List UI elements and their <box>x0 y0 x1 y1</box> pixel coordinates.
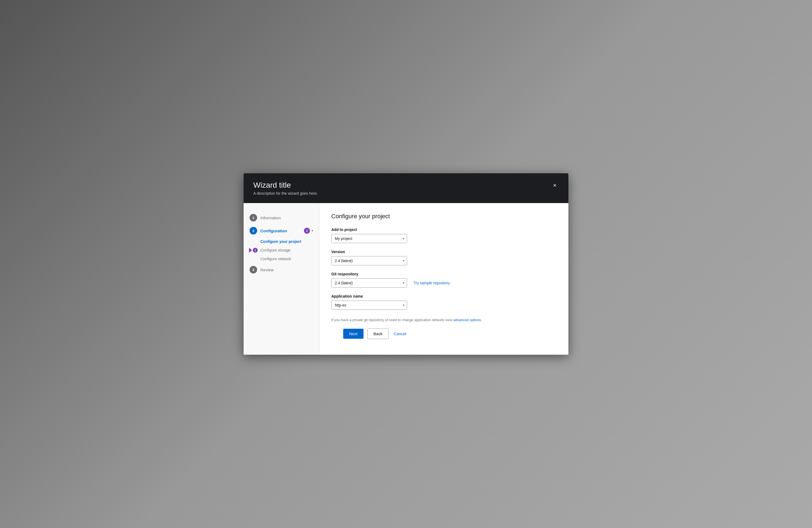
git-repository-row: 2.4 (latest) 2.3 2.2 ▾ Try sample reposi… <box>331 279 556 288</box>
select-wrapper-git-repository: 2.4 (latest) 2.3 2.2 ▾ <box>331 279 407 288</box>
wizard-content: Configure your project Add to project My… <box>319 203 568 355</box>
sub-item-label-configure-network: Configure network <box>260 257 291 261</box>
form-group-application-name: Application name http-ex app-a app-b ▾ <box>331 294 556 310</box>
form-group-add-to-project: Add to project My project Project A Proj… <box>331 227 556 243</box>
select-add-to-project[interactable]: My project Project A Project B <box>331 234 407 243</box>
modal-title: Wizard title <box>253 181 318 189</box>
step-number-1: 1 <box>249 214 257 222</box>
select-wrapper-application-name: http-ex app-a app-b ▾ <box>331 301 407 310</box>
next-button[interactable]: Next <box>343 329 363 339</box>
select-application-name[interactable]: http-ex app-a app-b <box>331 301 407 310</box>
step-number-2: 2 <box>249 227 257 234</box>
form-group-version: Version 2.4 (latest) 2.3 2.2 ▾ <box>331 249 556 265</box>
step-label-configuration: Configuration <box>260 229 287 233</box>
label-application-name: Application name <box>331 294 556 298</box>
form-group-git-repository: Git respository 2.4 (latest) 2.3 2.2 ▾ T… <box>331 272 556 288</box>
sub-item-label-configure-project: Configure your project <box>260 239 301 244</box>
storage-arrow-icon <box>249 248 252 253</box>
nav-step-configuration[interactable]: 2 Configuration 2 ▾ <box>244 224 319 237</box>
cancel-button[interactable]: Cancel <box>392 329 407 339</box>
sub-item-label-configure-storage: Configure storage <box>260 248 290 252</box>
configuration-badge: 2 <box>304 228 310 234</box>
modal-header: Wizard title A description for the wizar… <box>244 173 568 203</box>
wizard-footer: Next Back Cancel <box>331 323 556 346</box>
nav-step-information[interactable]: 1 Information <box>244 211 319 224</box>
configuration-chevron-area: 2 ▾ <box>304 228 313 234</box>
nav-sub-item-configure-project[interactable]: Configure your project <box>244 237 319 246</box>
label-version: Version <box>331 249 556 254</box>
close-button[interactable]: × <box>551 182 559 189</box>
select-wrapper-version: 2.4 (latest) 2.3 2.2 ▾ <box>331 256 407 265</box>
nav-step-review[interactable]: 3 Review <box>244 263 319 276</box>
wizard-nav: 1 Information 2 Configuration 2 ▾ Config… <box>244 203 319 355</box>
label-add-to-project: Add to project <box>331 227 556 232</box>
modal-description: A description for the wizard goes here. <box>253 191 318 196</box>
content-title: Configure your project <box>331 213 556 220</box>
storage-arrow-badge: 1 <box>249 248 252 253</box>
hint-text: If you have a private git repository of … <box>331 317 556 323</box>
configuration-sub-items: Configure your project 1 Configure stora… <box>244 237 319 263</box>
back-button[interactable]: Back <box>367 328 389 339</box>
header-text: Wizard title A description for the wizar… <box>253 181 318 196</box>
hint-text-content: If you have a private git repository of … <box>331 318 453 322</box>
wizard-modal: Wizard title A description for the wizar… <box>244 173 568 355</box>
storage-badge: 1 <box>253 248 258 253</box>
nav-sub-item-configure-network[interactable]: Configure network <box>244 255 319 263</box>
nav-sub-item-configure-storage[interactable]: 1 Configure storage <box>244 246 319 255</box>
step-label-review: Review <box>260 268 274 272</box>
try-sample-repository-link[interactable]: Try sample repository <box>414 281 450 285</box>
step-label-information: Information <box>260 215 281 220</box>
select-version[interactable]: 2.4 (latest) 2.3 2.2 <box>331 256 407 265</box>
chevron-down-icon: ▾ <box>311 229 313 232</box>
select-wrapper-add-to-project: My project Project A Project B ▾ <box>331 234 407 243</box>
select-git-repository[interactable]: 2.4 (latest) 2.3 2.2 <box>331 279 407 288</box>
modal-body: 1 Information 2 Configuration 2 ▾ Config… <box>244 203 568 355</box>
step-number-3: 3 <box>249 266 257 273</box>
advanced-options-link[interactable]: advanced options. <box>453 318 482 322</box>
label-git-repository: Git respository <box>331 272 556 276</box>
